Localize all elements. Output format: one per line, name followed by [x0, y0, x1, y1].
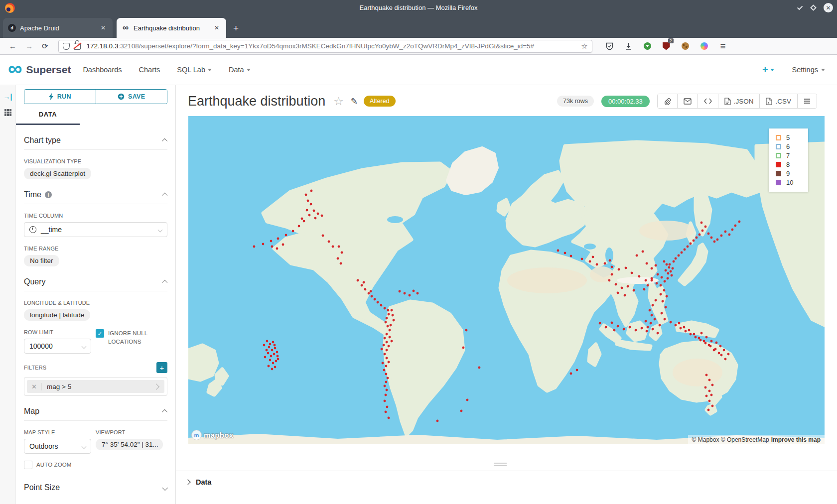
- lonlat-label: LONGITUDE & LATITUDE: [24, 300, 167, 306]
- map-legend: 5678910: [769, 128, 808, 192]
- legend-row[interactable]: 7: [776, 151, 808, 160]
- tab-close-icon[interactable]: ✕: [212, 23, 221, 32]
- export-json-button[interactable]: .JSON: [718, 94, 760, 108]
- data-collapse-row[interactable]: Data: [176, 471, 837, 486]
- window-close-icon[interactable]: ✕: [824, 3, 833, 12]
- copy-link-button[interactable]: [658, 94, 677, 108]
- url-bar[interactable]: 172.18.0.3:32108/superset/explore/?form_…: [58, 40, 592, 53]
- ublock-badge: 2: [668, 38, 674, 43]
- time-range-value[interactable]: No filter: [24, 255, 59, 266]
- extension-green-icon[interactable]: [643, 42, 652, 50]
- browser-toolbar: ← → ⟳ 172.18.0.3:32108/superset/explore/…: [0, 38, 837, 55]
- legend-label: 8: [786, 161, 790, 168]
- legend-row[interactable]: 6: [776, 142, 808, 151]
- section-title: Query: [24, 277, 46, 286]
- time-column-select[interactable]: __time: [24, 222, 167, 237]
- ublock-icon[interactable]: 2: [662, 42, 671, 50]
- new-item-button[interactable]: +: [762, 64, 774, 76]
- save-label: SAVE: [128, 93, 145, 100]
- settings-menu[interactable]: Settings: [792, 66, 825, 74]
- downloads-icon[interactable]: [624, 42, 633, 50]
- favorite-star-icon[interactable]: ☆: [333, 95, 344, 108]
- legend-row[interactable]: 9: [776, 169, 808, 178]
- tracking-shield-icon[interactable]: [63, 43, 70, 50]
- reload-button[interactable]: ⟳: [42, 42, 48, 51]
- viewport-value[interactable]: 7° 35' 54.02" | 31...: [96, 439, 163, 450]
- forward-button[interactable]: →: [25, 42, 33, 50]
- menu-icon[interactable]: ≡: [719, 42, 727, 50]
- checkbox-unchecked-icon[interactable]: [24, 461, 32, 469]
- section-title: Point Size: [24, 483, 60, 492]
- legend-row[interactable]: 5: [776, 133, 808, 142]
- export-csv-label: .CSV: [775, 98, 791, 105]
- window-maximize-icon[interactable]: [810, 4, 817, 11]
- run-label: RUN: [57, 93, 71, 100]
- section-time[interactable]: Timei: [24, 190, 167, 199]
- mapbox-logo[interactable]: m mapbox: [191, 430, 233, 440]
- run-button[interactable]: RUN: [24, 90, 96, 104]
- row-limit-select[interactable]: 100000: [24, 339, 91, 354]
- tab-earthquake-distribution[interactable]: ∞ Earthquake distribution ✕: [117, 18, 226, 38]
- auto-zoom-checkbox-row[interactable]: AUTO ZOOM: [24, 461, 167, 469]
- nav-charts[interactable]: Charts: [139, 66, 160, 74]
- back-button[interactable]: ←: [9, 42, 16, 50]
- chevron-right-icon: [153, 383, 159, 390]
- legend-row[interactable]: 8: [776, 160, 808, 169]
- url-text[interactable]: 172.18.0.3:32108/superset/explore/?form_…: [87, 42, 577, 50]
- legend-row[interactable]: 10: [776, 178, 808, 187]
- checkbox-checked-icon[interactable]: ✓: [96, 329, 104, 338]
- nav-label: Data: [229, 66, 244, 74]
- lonlat-value[interactable]: longitude | latitude: [24, 309, 90, 321]
- nav-sql-lab[interactable]: SQL Lab: [177, 66, 212, 74]
- superset-favicon: ∞: [122, 24, 130, 32]
- section-chart-type[interactable]: Chart type: [24, 136, 167, 145]
- add-filter-button[interactable]: +: [156, 362, 167, 373]
- ignore-null-checkbox-row[interactable]: ✓ IGNORE NULL LOCATIONS: [96, 329, 167, 346]
- data-panel-label: Data: [196, 478, 211, 486]
- plus-circle-icon: [118, 93, 125, 100]
- section-title: Map: [24, 407, 39, 416]
- remove-filter-icon[interactable]: ✕: [27, 383, 42, 390]
- email-button[interactable]: [677, 94, 698, 108]
- cookie-extension-icon[interactable]: [681, 42, 690, 50]
- plus-icon: +: [762, 64, 768, 76]
- new-tab-button[interactable]: +: [233, 23, 239, 34]
- nav-dashboards[interactable]: Dashboards: [83, 66, 122, 74]
- nav-data[interactable]: Data: [229, 66, 251, 74]
- row-count-badge: 73k rows: [557, 96, 594, 107]
- attribution-text[interactable]: © Mapbox © OpenStreetMap: [692, 436, 769, 443]
- export-csv-button[interactable]: .CSV: [759, 94, 797, 108]
- viz-type-value[interactable]: deck.gl Scatterplot: [24, 168, 91, 179]
- insecure-lock-icon[interactable]: [74, 43, 81, 50]
- bookmark-star-icon[interactable]: ☆: [581, 42, 587, 51]
- more-options-button[interactable]: [797, 94, 817, 108]
- filter-chip[interactable]: ✕ mag > 5: [27, 380, 164, 393]
- save-button[interactable]: SAVE: [96, 90, 167, 104]
- panel-drag-handle[interactable]: [494, 463, 507, 468]
- legend-swatch-icon: [776, 171, 781, 176]
- pinwheel-extension-icon[interactable]: [700, 42, 708, 50]
- section-point-size[interactable]: Point Size: [24, 483, 167, 492]
- deckgl-scatter-map[interactable]: 5678910 m mapbox © Mapbox © OpenStreetMa…: [188, 116, 825, 444]
- druid-favicon: d: [8, 24, 16, 32]
- map-style-label: MAP STYLE: [24, 429, 96, 435]
- section-map[interactable]: Map: [24, 407, 167, 416]
- pocket-shield-icon[interactable]: [605, 42, 614, 50]
- map-style-select[interactable]: Outdoors: [24, 439, 91, 454]
- envelope-icon: [684, 98, 692, 105]
- section-query[interactable]: Query: [24, 277, 167, 286]
- tab-data[interactable]: DATA: [16, 104, 80, 125]
- dataset-grid-icon[interactable]: [3, 108, 12, 117]
- embed-code-button[interactable]: [698, 94, 718, 108]
- tab-close-icon[interactable]: ✕: [99, 23, 108, 32]
- legend-swatch-icon: [776, 135, 781, 140]
- window-minimize-icon[interactable]: [797, 4, 803, 9]
- viz-type-label: VISUALIZATION TYPE: [24, 158, 167, 164]
- expand-panel-icon[interactable]: →|: [3, 92, 12, 101]
- edit-title-icon[interactable]: ✎: [351, 96, 358, 107]
- superset-logo[interactable]: ∞ Superset: [8, 64, 71, 76]
- section-title: Time: [24, 190, 41, 199]
- mapbox-wordmark: mapbox: [204, 431, 233, 439]
- tab-apache-druid[interactable]: d Apache Druid ✕: [3, 18, 113, 38]
- improve-map-link[interactable]: Improve this map: [771, 436, 821, 443]
